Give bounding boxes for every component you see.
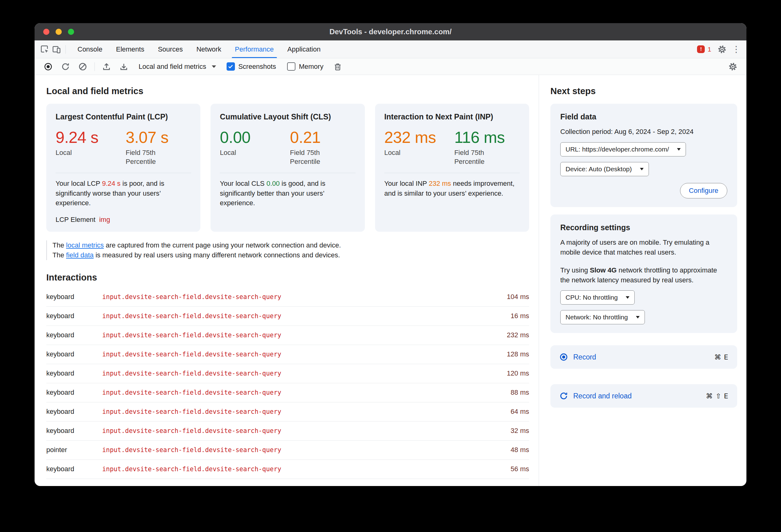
lcp-field-value: 3.07 s bbox=[126, 129, 191, 146]
metrics-note: The local metrics are captured from the … bbox=[46, 240, 529, 260]
record-action[interactable]: Record ⌘ E bbox=[550, 345, 737, 369]
interaction-duration: 128 ms bbox=[507, 350, 529, 358]
interaction-duration: 32 ms bbox=[510, 427, 529, 435]
page-title: Local and field metrics bbox=[46, 86, 529, 96]
interaction-target-link[interactable]: input.devsite-search-field.devsite-searc… bbox=[102, 293, 507, 301]
checkbox-unchecked-icon bbox=[287, 62, 295, 71]
lcp-element-row: LCP Elementimg bbox=[55, 216, 191, 224]
interaction-target-link[interactable]: input.devsite-search-field.devsite-searc… bbox=[102, 389, 510, 396]
reload-icon[interactable] bbox=[59, 61, 71, 73]
p2-text: Try using bbox=[560, 266, 590, 274]
cls-description: Your local CLS 0.00 is good, and is sign… bbox=[220, 179, 355, 208]
clear-icon[interactable] bbox=[77, 61, 89, 73]
tabbar-right-cluster: ! 1 ⋮ bbox=[695, 40, 742, 58]
capture-settings-gear-icon[interactable] bbox=[727, 61, 739, 73]
lcp-local-value: 9.24 s bbox=[55, 129, 126, 146]
download-profile-icon[interactable] bbox=[118, 61, 130, 73]
note-text: The bbox=[52, 241, 66, 249]
interaction-type: pointer bbox=[46, 446, 102, 454]
window-title: DevTools - developer.chrome.com/ bbox=[329, 28, 452, 36]
history-dropdown[interactable]: Local and field metrics bbox=[138, 63, 216, 71]
record-reload-icon bbox=[559, 391, 568, 401]
lcp-element-label: LCP Element bbox=[55, 216, 95, 223]
settings-gear-icon[interactable] bbox=[716, 44, 728, 55]
inp-field-value: 116 ms bbox=[454, 129, 520, 146]
url-select-label: URL: https://developer.chrome.com/ bbox=[566, 146, 669, 153]
p2-bold: Slow 4G bbox=[590, 266, 617, 274]
fullscreen-button[interactable] bbox=[68, 29, 74, 35]
kebab-menu-icon[interactable]: ⋮ bbox=[730, 44, 742, 55]
inp-card: Interaction to Next Paint (INP) 232 ms L… bbox=[375, 104, 529, 232]
memory-label: Memory bbox=[299, 63, 323, 71]
lcp-local-label: Local bbox=[55, 148, 114, 158]
panel-content: Local and field metrics Largest Contentf… bbox=[35, 75, 746, 486]
inp-description: Your local INP 232 ms needs improvement,… bbox=[384, 179, 520, 198]
dropdown-caret-icon bbox=[212, 65, 216, 68]
interaction-type: keyboard bbox=[46, 427, 102, 435]
interaction-type: keyboard bbox=[46, 369, 102, 378]
interaction-duration: 16 ms bbox=[510, 312, 529, 320]
configure-button[interactable]: Configure bbox=[680, 183, 727, 198]
interaction-duration: 56 ms bbox=[510, 465, 529, 473]
tab-network[interactable]: Network bbox=[190, 40, 228, 58]
cls-local-label: Local bbox=[220, 148, 279, 158]
screenshots-label: Screenshots bbox=[238, 63, 276, 71]
interaction-target-link[interactable]: input.devsite-search-field.devsite-searc… bbox=[102, 312, 510, 320]
tab-performance[interactable]: Performance bbox=[228, 40, 281, 58]
lcp-element-link[interactable]: img bbox=[99, 216, 110, 223]
device-select-label: Device: Auto (Desktop) bbox=[566, 165, 632, 173]
interaction-duration: 64 ms bbox=[510, 408, 529, 416]
note-text: The bbox=[52, 251, 66, 259]
interaction-row: keyboard input.devsite-search-field.devs… bbox=[46, 307, 529, 326]
interaction-target-link[interactable]: input.devsite-search-field.devsite-searc… bbox=[102, 446, 510, 454]
titlebar: DevTools - developer.chrome.com/ bbox=[35, 23, 746, 40]
interaction-type: keyboard bbox=[46, 350, 102, 358]
screenshots-checkbox[interactable]: Screenshots bbox=[227, 62, 276, 71]
interaction-target-link[interactable]: input.devsite-search-field.devsite-searc… bbox=[102, 427, 510, 435]
interaction-target-link[interactable]: input.devsite-search-field.devsite-searc… bbox=[102, 408, 510, 415]
field-data-card: Field data Collection period: Aug 6, 202… bbox=[550, 104, 737, 207]
separator bbox=[94, 62, 95, 71]
inspect-cursor-icon[interactable] bbox=[39, 44, 51, 55]
device-toolbar-icon[interactable] bbox=[51, 44, 63, 55]
cls-local-value: 0.00 bbox=[220, 129, 290, 146]
interaction-row: keyboard input.devsite-search-field.devs… bbox=[46, 287, 529, 307]
close-button[interactable] bbox=[43, 29, 49, 35]
interaction-row: keyboard input.devsite-search-field.devs… bbox=[46, 422, 529, 441]
cpu-throttling-select[interactable]: CPU: No throttling bbox=[560, 291, 635, 305]
record-action-label: Record bbox=[573, 353, 596, 361]
upload-profile-icon[interactable] bbox=[100, 61, 112, 73]
tab-sources[interactable]: Sources bbox=[151, 40, 190, 58]
network-throttling-select[interactable]: Network: No throttling bbox=[560, 310, 645, 324]
issues-button[interactable]: ! 1 bbox=[695, 45, 714, 53]
tab-application[interactable]: Application bbox=[281, 40, 328, 58]
tab-label: Network bbox=[196, 45, 221, 53]
record-icon[interactable] bbox=[42, 61, 54, 73]
tab-label: Console bbox=[78, 45, 102, 53]
field-data-link[interactable]: field data bbox=[66, 251, 93, 259]
minimize-button[interactable] bbox=[55, 29, 62, 35]
gc-trash-icon[interactable] bbox=[332, 61, 343, 73]
interaction-target-link[interactable]: input.devsite-search-field.devsite-searc… bbox=[102, 331, 507, 339]
url-select[interactable]: URL: https://developer.chrome.com/ bbox=[560, 142, 686, 157]
issues-count: 1 bbox=[707, 46, 711, 53]
record-button-icon bbox=[559, 352, 568, 362]
memory-checkbox[interactable]: Memory bbox=[287, 62, 323, 71]
interaction-target-link[interactable]: input.devsite-search-field.devsite-searc… bbox=[102, 466, 510, 473]
tab-console[interactable]: Console bbox=[71, 40, 109, 58]
note-line-field: The field data is measured by real users… bbox=[52, 250, 529, 260]
record-reload-action[interactable]: Record and reload ⌘ ⇧ E bbox=[550, 384, 737, 408]
local-metrics-link[interactable]: local metrics bbox=[66, 241, 104, 249]
interaction-target-link[interactable]: input.devsite-search-field.devsite-searc… bbox=[102, 370, 507, 377]
history-dropdown-label: Local and field metrics bbox=[138, 63, 206, 71]
dropdown-caret-icon bbox=[640, 168, 644, 170]
tab-label: Performance bbox=[235, 45, 274, 53]
dropdown-caret-icon bbox=[636, 316, 640, 318]
interaction-target-link[interactable]: input.devsite-search-field.devsite-searc… bbox=[102, 351, 507, 358]
tab-elements[interactable]: Elements bbox=[109, 40, 151, 58]
desc-text: Your local INP bbox=[384, 180, 429, 187]
issues-icon: ! bbox=[697, 45, 705, 53]
device-select[interactable]: Device: Auto (Desktop) bbox=[560, 162, 649, 176]
interaction-row: keyboard input.devsite-search-field.devs… bbox=[46, 326, 529, 345]
recording-settings-p1: A majority of users are on mobile. Try e… bbox=[560, 237, 727, 257]
